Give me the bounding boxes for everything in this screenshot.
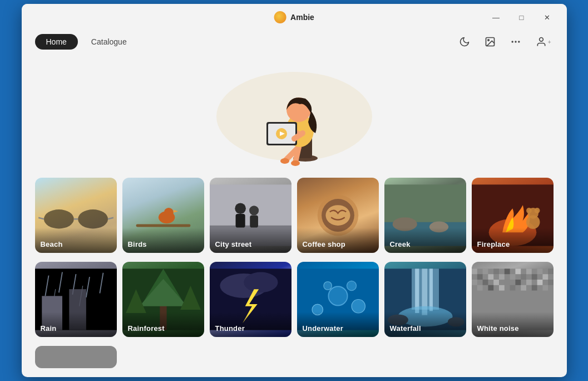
birds-label: Birds bbox=[122, 228, 204, 253]
nav-tabs: Home Catalogue bbox=[35, 34, 138, 50]
navbar: Home Catalogue bbox=[22, 31, 567, 55]
app-window: Ambie — □ ✕ Home Catalogue bbox=[22, 4, 567, 377]
moon-icon bbox=[459, 36, 470, 47]
svg-rect-98 bbox=[472, 280, 477, 285]
svg-rect-102 bbox=[515, 280, 521, 285]
svg-rect-91 bbox=[515, 268, 521, 274]
svg-point-73 bbox=[347, 281, 356, 290]
svg-rect-85 bbox=[482, 268, 488, 274]
svg-rect-87 bbox=[493, 268, 499, 274]
svg-point-46 bbox=[526, 208, 532, 213]
svg-rect-90 bbox=[510, 274, 515, 280]
rainforest-label: Rainforest bbox=[122, 312, 204, 337]
svg-rect-111 bbox=[531, 285, 537, 291]
svg-rect-103 bbox=[526, 280, 532, 285]
profile-icon bbox=[536, 36, 547, 47]
catalog-card-city-street[interactable]: City street bbox=[210, 178, 291, 253]
tab-catalogue[interactable]: Catalogue bbox=[80, 34, 138, 50]
partial-card-1[interactable] bbox=[35, 346, 117, 368]
svg-rect-95 bbox=[537, 268, 542, 274]
svg-rect-94 bbox=[531, 274, 537, 280]
svg-line-23 bbox=[38, 218, 44, 219]
svg-rect-78 bbox=[429, 268, 432, 311]
profile-button[interactable]: + bbox=[533, 34, 554, 50]
svg-point-27 bbox=[164, 208, 173, 217]
titlebar-center: Ambie bbox=[274, 11, 314, 23]
svg-rect-107 bbox=[488, 285, 493, 291]
catalog-card-coffee-shop[interactable]: Coffee shop bbox=[297, 178, 379, 253]
svg-rect-34 bbox=[250, 216, 258, 228]
close-button[interactable]: ✕ bbox=[535, 7, 560, 27]
svg-line-9 bbox=[295, 147, 299, 162]
svg-rect-86 bbox=[488, 274, 493, 280]
app-title: Ambie bbox=[290, 13, 314, 22]
svg-rect-88 bbox=[499, 274, 505, 280]
tab-home[interactable]: Home bbox=[35, 34, 78, 50]
minimize-button[interactable]: — bbox=[483, 7, 509, 27]
svg-point-37 bbox=[325, 205, 350, 226]
svg-point-72 bbox=[323, 282, 332, 290]
beach-label: Beach bbox=[35, 228, 117, 253]
catalog-card-fireplace[interactable]: Fireplace bbox=[472, 178, 554, 253]
white-noise-label: White noise bbox=[472, 312, 554, 337]
catalog-card-thunder[interactable]: Thunder bbox=[210, 262, 291, 337]
more-icon bbox=[510, 36, 521, 47]
rain-label: Rain bbox=[35, 312, 117, 337]
image-button[interactable] bbox=[482, 34, 498, 50]
svg-point-21 bbox=[78, 209, 108, 228]
svg-marker-28 bbox=[173, 210, 178, 213]
theme-toggle-button[interactable] bbox=[457, 34, 472, 50]
svg-point-3 bbox=[515, 41, 516, 42]
svg-point-1 bbox=[487, 40, 489, 41]
thunder-label: Thunder bbox=[210, 312, 291, 337]
catalog-card-white-noise[interactable]: White noise bbox=[472, 262, 554, 337]
svg-rect-97 bbox=[548, 268, 554, 274]
svg-rect-96 bbox=[542, 274, 548, 280]
catalog-card-rain[interactable]: Rain bbox=[35, 262, 117, 337]
svg-point-71 bbox=[352, 300, 365, 314]
svg-rect-99 bbox=[482, 280, 488, 285]
image-icon bbox=[485, 36, 496, 47]
catalog-card-waterfall[interactable]: Waterfall bbox=[384, 262, 466, 337]
svg-rect-104 bbox=[537, 280, 542, 285]
creek-label: Creek bbox=[384, 228, 466, 253]
svg-rect-100 bbox=[493, 280, 499, 285]
svg-point-10 bbox=[280, 158, 289, 164]
maximize-button[interactable]: □ bbox=[509, 7, 535, 27]
catalog-card-underwater[interactable]: Underwater bbox=[297, 262, 379, 337]
window-controls: — □ ✕ bbox=[483, 7, 560, 27]
svg-point-2 bbox=[511, 41, 513, 42]
svg-rect-83 bbox=[472, 268, 477, 274]
svg-point-5 bbox=[539, 38, 543, 42]
hero-illustration bbox=[216, 61, 372, 167]
svg-point-47 bbox=[534, 208, 540, 213]
svg-rect-110 bbox=[521, 285, 526, 291]
svg-rect-112 bbox=[542, 285, 548, 291]
svg-point-11 bbox=[291, 160, 300, 166]
svg-rect-109 bbox=[510, 285, 515, 291]
svg-rect-106 bbox=[477, 285, 482, 291]
more-button[interactable] bbox=[508, 34, 523, 50]
underwater-label: Underwater bbox=[297, 312, 379, 337]
catalog-card-rainforest[interactable]: Rainforest bbox=[122, 262, 204, 337]
nav-actions: + bbox=[457, 34, 554, 50]
catalog-grid-row2: Rain Rainforest bbox=[22, 262, 567, 346]
svg-rect-108 bbox=[499, 285, 505, 291]
svg-point-33 bbox=[249, 206, 259, 215]
waterfall-label: Waterfall bbox=[384, 312, 466, 337]
svg-point-4 bbox=[518, 41, 520, 42]
svg-point-20 bbox=[43, 209, 73, 228]
svg-rect-76 bbox=[415, 268, 419, 313]
svg-rect-32 bbox=[235, 214, 245, 228]
catalog-card-beach[interactable]: Beach bbox=[35, 178, 117, 253]
fireplace-label: Fireplace bbox=[472, 228, 554, 253]
svg-rect-105 bbox=[548, 280, 554, 285]
svg-rect-39 bbox=[384, 184, 466, 222]
catalog-partial-row bbox=[22, 346, 567, 377]
svg-rect-92 bbox=[521, 274, 526, 280]
catalog-card-birds[interactable]: Birds bbox=[122, 178, 204, 253]
catalog-card-creek[interactable]: Creek bbox=[384, 178, 466, 253]
app-icon bbox=[274, 11, 286, 23]
hero-section bbox=[22, 55, 567, 178]
hero-svg bbox=[233, 61, 367, 167]
